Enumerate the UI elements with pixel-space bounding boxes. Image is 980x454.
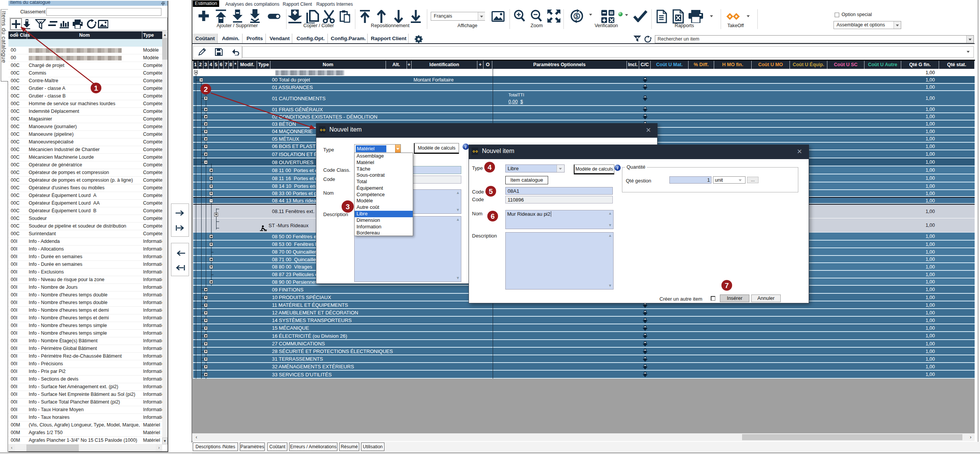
svg-text:2: 2: [204, 85, 208, 93]
svg-text:6: 6: [491, 212, 495, 220]
svg-text:7: 7: [725, 282, 729, 290]
svg-text:5: 5: [489, 187, 493, 195]
svg-text:4: 4: [488, 163, 492, 171]
svg-text:3: 3: [346, 203, 350, 211]
svg-text:1: 1: [94, 84, 98, 92]
